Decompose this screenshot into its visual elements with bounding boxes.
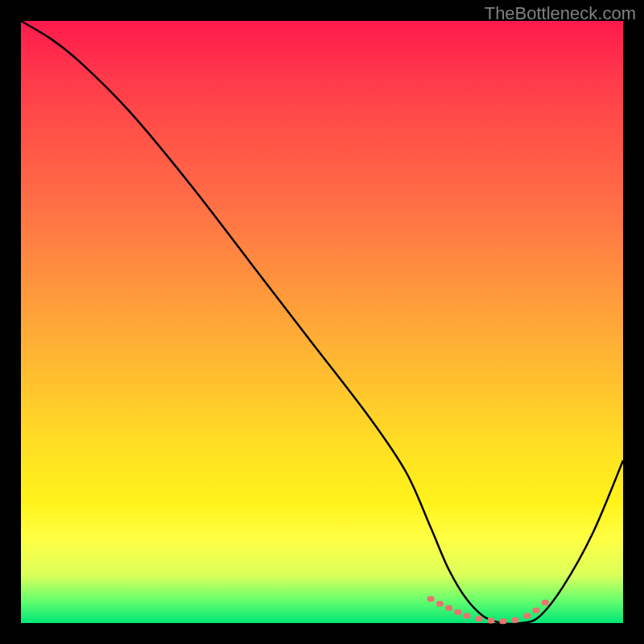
chart-markers (427, 597, 549, 625)
chart-marker (476, 616, 483, 621)
chart-marker (523, 613, 530, 619)
chart-marker (436, 601, 444, 607)
watermark-text: TheBottleneck.com (485, 3, 636, 24)
chart-svg (21, 21, 623, 623)
chart-marker (445, 605, 452, 611)
chart-marker (464, 613, 471, 619)
chart-marker (427, 597, 435, 602)
chart-marker (533, 608, 540, 613)
chart-curve (21, 21, 623, 624)
chart-marker (542, 600, 549, 605)
chart-marker (487, 618, 494, 624)
chart-marker (499, 618, 506, 624)
chart-marker (454, 609, 461, 615)
chart-plot-area (21, 21, 623, 623)
chart-marker (511, 617, 518, 623)
